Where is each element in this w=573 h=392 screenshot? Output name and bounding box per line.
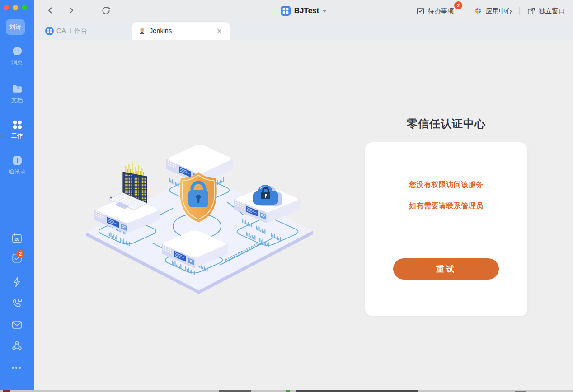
- retry-button[interactable]: 重试: [393, 258, 499, 280]
- sidebar-tool-calendar[interactable]: 26: [11, 232, 23, 244]
- zero-trust-illustration: 0101100011010: [81, 133, 314, 296]
- workbench-icon: [11, 118, 23, 131]
- window-close-button[interactable]: [4, 5, 9, 10]
- topbar-divider: [466, 7, 466, 15]
- phone-video-icon: [11, 297, 23, 309]
- sidebar-more-button[interactable]: •••: [0, 364, 34, 371]
- sidebar-item-label: 通讯录: [9, 168, 26, 176]
- window-minimize-button[interactable]: [13, 5, 18, 10]
- background-window-sliver: [0, 390, 573, 392]
- tab-oa-workbench[interactable]: OA 工作台: [45, 22, 87, 40]
- lightning-icon: [11, 276, 23, 288]
- window-controls: [4, 5, 27, 10]
- sidebar-item-messages[interactable]: 消息: [0, 45, 34, 67]
- sidebar-tool-shortcuts[interactable]: [11, 276, 23, 288]
- calendar-day: 26: [14, 237, 19, 242]
- todo-label: 待办事项: [428, 7, 454, 15]
- oa-grid-icon: [45, 27, 54, 35]
- app-center-action[interactable]: 应用中心: [473, 5, 513, 17]
- chevron-down-icon: [323, 10, 326, 13]
- main-window: BJTest 待办事项 2 应用中心: [34, 0, 573, 390]
- sidebar-item-contacts[interactable]: 通讯录: [0, 154, 34, 176]
- app-grid-icon: [281, 6, 291, 16]
- topbar-divider: [519, 7, 520, 15]
- jenkins-page-content: 0101100011010: [34, 40, 573, 390]
- error-message-line2: 如有需要请联系管理员: [365, 201, 527, 211]
- window-zoom-button[interactable]: [22, 5, 27, 10]
- sidebar: 刘涛 消息 文档 工作 通讯录 26: [0, 0, 34, 390]
- jenkins-favicon: [139, 27, 146, 35]
- app-center-label: 应用中心: [486, 7, 512, 15]
- tab-jenkins[interactable]: Jenkins: [132, 22, 230, 40]
- avatar[interactable]: 刘涛: [6, 19, 25, 35]
- todo-badge: 2: [454, 1, 462, 9]
- mail-icon: [11, 319, 23, 331]
- page-title: 零信任认证中心: [365, 117, 527, 131]
- app-center-pinwheel-icon: [474, 6, 483, 15]
- secure-cloud: [253, 185, 282, 206]
- sidebar-item-docs[interactable]: 文档: [0, 83, 34, 104]
- laptop-logo: [110, 197, 112, 199]
- error-message-line1: 您没有权限访问该服务: [365, 180, 527, 190]
- chat-bubble-icon: [11, 45, 23, 58]
- tabstrip: OA 工作台 Jenkins: [34, 22, 573, 40]
- sidebar-item-label: 工作: [11, 132, 23, 140]
- topbar: BJTest 待办事项 2 应用中心: [34, 0, 573, 22]
- close-icon: [216, 28, 222, 34]
- sidebar-tool-video-call[interactable]: [11, 297, 23, 309]
- sidebar-item-label: 消息: [11, 59, 23, 67]
- tab-oa-label: OA 工作台: [56, 27, 87, 35]
- sidebar-item-label: 文档: [11, 97, 23, 104]
- sidebar-tool-mail[interactable]: [11, 319, 23, 331]
- folder-icon: [11, 83, 23, 95]
- calendar-icon: 26: [11, 232, 23, 244]
- standalone-window-label: 独立窗口: [539, 7, 565, 15]
- tab-close-button[interactable]: [215, 27, 223, 35]
- tab-jenkins-label: Jenkins: [150, 27, 172, 34]
- auth-error-card: 您没有权限访问该服务 如有需要请联系管理员 重试: [365, 142, 527, 316]
- todo-action[interactable]: 待办事项 2: [415, 5, 455, 17]
- sidebar-item-work[interactable]: 工作: [0, 118, 34, 140]
- todo-check-icon: [416, 7, 425, 15]
- app-title: BJTest: [294, 6, 319, 15]
- community-icon: [11, 340, 23, 352]
- topbar-actions: 待办事项 2 应用中心 独立窗口: [415, 0, 566, 22]
- sidebar-todo-badge: 2: [16, 250, 24, 258]
- standalone-window-action[interactable]: 独立窗口: [526, 5, 566, 17]
- open-in-window-icon: [527, 7, 535, 15]
- contacts-book-icon: [11, 154, 23, 167]
- sidebar-tool-community[interactable]: [11, 340, 23, 352]
